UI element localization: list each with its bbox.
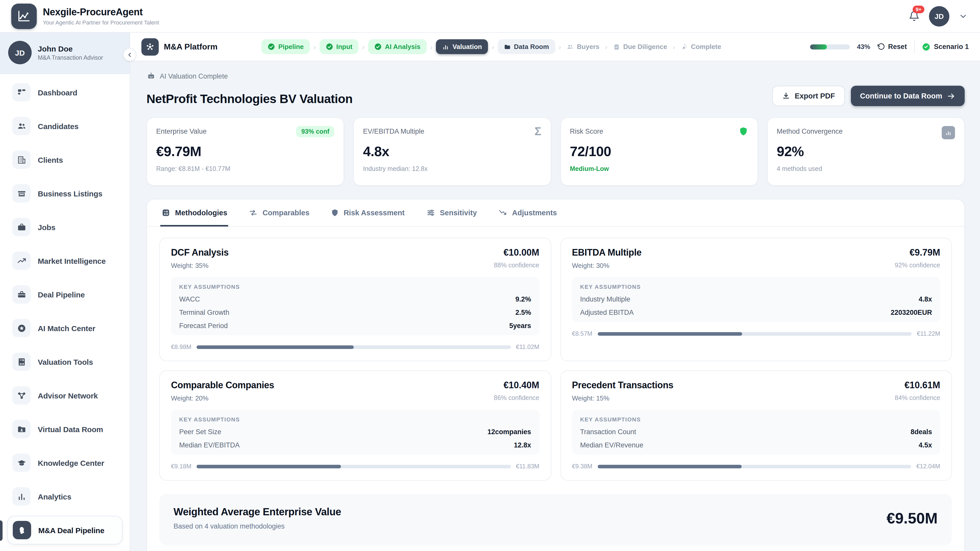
metric-value: 72/100 <box>570 144 748 160</box>
calculator-icon <box>12 353 30 371</box>
chevron-down-icon[interactable] <box>959 11 968 21</box>
sidebar-item-knowledge-center[interactable]: Knowledge Center <box>7 448 123 477</box>
assumption-label: Transaction Count <box>580 428 636 436</box>
step-due-diligence[interactable]: Due Diligence <box>611 39 669 54</box>
methodology-confidence: 86% confidence <box>494 394 539 402</box>
user-avatar[interactable]: JD <box>929 6 950 26</box>
assumption-value: 9.2% <box>515 295 531 303</box>
export-pdf-button[interactable]: Export PDF <box>772 86 845 106</box>
tab-adjustments[interactable]: Adjustments <box>497 200 558 227</box>
app-root: Nexgile-ProcureAgent Your Agentic AI Par… <box>0 0 980 551</box>
sidebar-item-deal-pipeline[interactable]: Deal Pipeline <box>7 280 123 309</box>
arrow-right-icon <box>947 92 956 100</box>
methodology-card-precedent-transactions: Precedent Transactions €10.61M Weight: 1… <box>560 370 952 481</box>
sidebar-item-clients[interactable]: Clients <box>7 145 123 174</box>
key-assumptions-panel: KEY ASSUMPTIONS Industry Multiple 4.8x A… <box>572 277 940 322</box>
metric-label: Risk Score <box>570 126 603 135</box>
graduation-cap-icon <box>12 454 30 472</box>
metric-card-risk-score: Risk Score 72/100 Medium-Low <box>560 118 758 186</box>
sidebar-item-analytics[interactable]: Analytics <box>7 482 123 511</box>
step-ai-analysis[interactable]: AI Analysis <box>368 39 426 54</box>
assumption-row: Adjusted EBITDA 2203200EUR <box>580 309 932 316</box>
tab-comparables[interactable]: Comparables <box>248 200 310 227</box>
sidebar-item-ma-deal-pipeline[interactable]: ? M&A Deal Pipeline <box>7 516 123 545</box>
step-pipeline[interactable]: Pipeline <box>261 39 310 54</box>
sidebar-item-ai-match-center[interactable]: AI Match Center <box>7 314 123 342</box>
step-complete[interactable]: Complete <box>679 39 723 54</box>
methodology-card-comparable-companies: Comparable Companies €10.40M Weight: 20%… <box>159 370 551 481</box>
tab-methodologies[interactable]: Methodologies <box>160 200 228 227</box>
sidebar-item-advisor-network[interactable]: Advisor Network <box>7 381 123 410</box>
sidebar-item-virtual-data-room[interactable]: Virtual Data Room <box>7 415 123 443</box>
methodology-value: €9.79M <box>910 248 940 258</box>
assumption-label: Adjusted EBITDA <box>580 309 634 316</box>
summary-subtitle: Based on 4 valuation methodologies <box>173 522 341 530</box>
trend-down-icon <box>498 208 508 218</box>
sidebar-collapse-button[interactable] <box>123 48 136 61</box>
metric-sub: Medium-Low <box>570 165 748 172</box>
shield-icon <box>738 126 748 137</box>
active-item-indicator <box>0 520 3 541</box>
methodology-card-ebitda-multiple: EBITDA Multiple €9.79M Weight: 30% 92% c… <box>560 238 952 361</box>
assumption-label: Industry Multiple <box>580 295 630 303</box>
sidebar-item-label: Advisor Network <box>38 391 98 400</box>
valuation-panel: Methodologies Comparables Risk Assessmen… <box>146 199 965 551</box>
users-icon <box>12 117 30 135</box>
scenario-badge[interactable]: Scenario 1 <box>921 42 969 51</box>
valuation-range: €9.38M €12.04M <box>572 463 940 470</box>
tab-label: Adjustments <box>512 209 557 217</box>
methodology-value: €10.61M <box>904 380 940 391</box>
summary-value: €9.50M <box>886 510 938 527</box>
step-label: Due Diligence <box>623 43 667 51</box>
range-track <box>597 465 912 468</box>
assumption-label: Median EV/Revenue <box>580 441 643 449</box>
methodology-name: Comparable Companies <box>171 380 274 391</box>
assumption-value: 2203200EUR <box>891 309 932 316</box>
step-data-room[interactable]: Data Room <box>498 39 555 54</box>
content-area: AI Valuation Complete NetProfit Technolo… <box>130 61 980 551</box>
notification-count-badge: 9+ <box>913 5 924 13</box>
users-icon <box>566 43 574 50</box>
status-text: AI Valuation Complete <box>160 72 228 80</box>
sidebar-item-jobs[interactable]: Jobs <box>7 213 123 241</box>
step-separator: › <box>558 43 561 51</box>
assumption-value: 2.5% <box>515 309 531 316</box>
key-assumptions-panel: KEY ASSUMPTIONS Transaction Count 8deals… <box>572 410 940 454</box>
tab-risk-assessment[interactable]: Risk Assessment <box>330 200 406 227</box>
assumption-row: Median EV/Revenue 4.5x <box>580 441 932 449</box>
assumption-value: 4.8x <box>918 295 932 303</box>
metric-value: 4.8x <box>363 144 542 160</box>
step-label: Input <box>336 43 352 51</box>
reset-button[interactable]: Reset <box>877 43 907 51</box>
assumption-value: 8deals <box>911 428 932 436</box>
network-icon <box>12 386 30 405</box>
workflow-progress-label: 43% <box>857 43 870 51</box>
range-max: €11.02M <box>516 343 539 351</box>
metric-value: 92% <box>777 144 955 160</box>
continue-to-data-room-button[interactable]: Continue to Data Room <box>851 86 965 106</box>
tab-bar: Methodologies Comparables Risk Assessmen… <box>147 200 964 227</box>
sidebar-item-market-intelligence[interactable]: Market Intelligence <box>7 246 123 275</box>
download-icon <box>782 92 790 100</box>
methodology-confidence: 92% confidence <box>895 262 940 269</box>
step-valuation[interactable]: Valuation <box>436 39 488 54</box>
valuation-range: €8.57M €11.22M <box>572 330 940 337</box>
robot-icon <box>146 71 156 81</box>
range-fill <box>197 345 354 349</box>
tab-sensitivity[interactable]: Sensitivity <box>425 200 478 227</box>
methodology-name: Precedent Transactions <box>572 380 673 391</box>
sidebar-item-valuation-tools[interactable]: Valuation Tools <box>7 348 123 376</box>
sidebar-item-candidates[interactable]: Candidates <box>7 112 123 140</box>
trending-icon <box>12 251 30 270</box>
range-track <box>197 465 511 468</box>
notifications-button[interactable]: 9+ <box>908 11 920 22</box>
sidebar-item-label: Dashboard <box>38 88 77 97</box>
sidebar-profile: JD John Doe M&A Transaction Advisor <box>0 33 130 74</box>
sidebar-item-dashboard[interactable]: Dashboard <box>7 78 123 106</box>
methodology-weight: Weight: 30% <box>572 262 609 269</box>
sidebar-item-business-listings[interactable]: Business Listings <box>7 179 123 208</box>
step-label: AI Analysis <box>385 43 420 51</box>
step-input[interactable]: Input <box>319 39 359 54</box>
dashboard-icon <box>12 83 30 102</box>
step-buyers[interactable]: Buyers <box>565 39 601 54</box>
